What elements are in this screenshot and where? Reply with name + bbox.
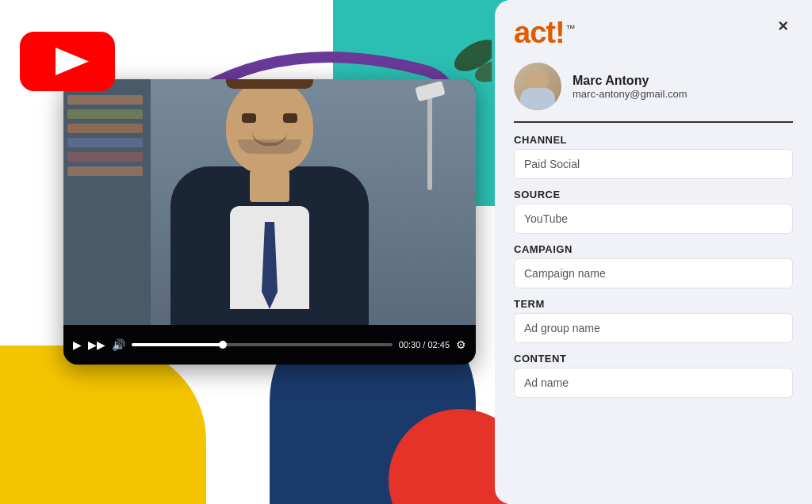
- close-button[interactable]: ×: [773, 16, 793, 36]
- channel-label: CHANNEL: [514, 134, 793, 146]
- video-controls: ▶ ▶▶ 🔊 00:30 / 02:45 ⚙: [63, 325, 476, 365]
- yellow-shape: [0, 346, 206, 504]
- left-background: ▶ ▶▶ 🔊 00:30 / 02:45 ⚙: [0, 0, 508, 504]
- act-logo: act!™: [514, 16, 575, 50]
- campaign-field-group: CAMPAIGN: [514, 243, 793, 288]
- campaign-label: CAMPAIGN: [514, 243, 793, 255]
- channel-field-group: CHANNEL: [514, 134, 793, 179]
- source-field-group: SOURCE: [514, 189, 793, 234]
- user-name: Marc Antony: [573, 74, 688, 88]
- campaign-input[interactable]: [514, 258, 793, 288]
- video-content: [63, 79, 476, 325]
- next-button[interactable]: ▶▶: [88, 338, 105, 351]
- avatar-body: [520, 88, 555, 110]
- progress-bar[interactable]: [132, 343, 393, 346]
- user-email: marc-antony@gmail.com: [573, 88, 688, 100]
- avatar: [514, 63, 561, 110]
- settings-icon[interactable]: ⚙: [456, 338, 466, 351]
- video-player: ▶ ▶▶ 🔊 00:30 / 02:45 ⚙: [63, 79, 476, 365]
- term-input[interactable]: [514, 313, 793, 343]
- content-field-group: CONTENT: [514, 353, 793, 398]
- user-info-section: Marc Antony marc-antony@gmail.com: [514, 63, 793, 123]
- content-label: CONTENT: [514, 353, 793, 365]
- play-button[interactable]: ▶: [73, 338, 82, 351]
- source-label: SOURCE: [514, 189, 793, 200]
- content-input[interactable]: [514, 368, 793, 398]
- youtube-logo: [16, 24, 119, 99]
- term-label: TERM: [514, 298, 793, 310]
- user-details: Marc Antony marc-antony@gmail.com: [573, 74, 688, 100]
- source-input[interactable]: [514, 204, 793, 234]
- right-panel: act!™ × Marc Antony marc-antony@gmail.co…: [495, 0, 812, 504]
- term-field-group: TERM: [514, 298, 793, 343]
- volume-button[interactable]: 🔊: [112, 338, 125, 351]
- channel-input[interactable]: [514, 149, 793, 179]
- time-display: 00:30 / 02:45: [399, 340, 450, 349]
- panel-header: act!™ ×: [514, 16, 793, 50]
